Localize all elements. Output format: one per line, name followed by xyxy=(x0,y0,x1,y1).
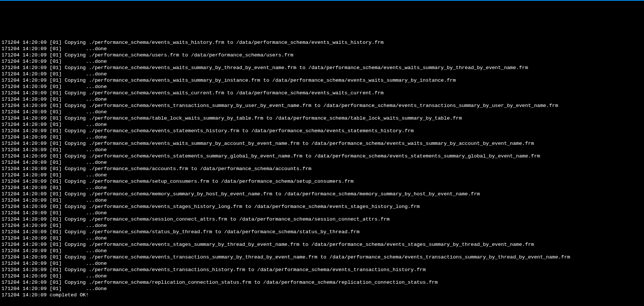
log-line: 171204 14:20:09 [01] ...done xyxy=(1,210,643,216)
log-line: 171204 14:20:09 [01] Copying ./performan… xyxy=(1,65,643,71)
log-line: 171204 14:20:09 [01] Copying ./performan… xyxy=(1,216,643,222)
log-line: 171204 14:20:09 completed OK! xyxy=(1,292,643,298)
log-line: 171204 14:20:09 [01] Copying ./performan… xyxy=(1,178,643,185)
log-line: 171204 14:20:09 [01] Copying ./performan… xyxy=(1,128,643,134)
log-line: 171204 14:20:09 [01] ...done xyxy=(1,172,643,178)
log-line: 171204 14:20:09 [01] ...done xyxy=(1,273,643,279)
log-line: 171204 14:20:09 [01] Copying ./performan… xyxy=(1,204,643,210)
log-line: 171204 14:20:09 [01] ...done xyxy=(1,159,643,166)
log-line: 171204 14:20:09 [01] ...done xyxy=(1,121,643,128)
log-line: 171204 14:20:09 [01] ...done xyxy=(1,46,643,52)
log-line: 171204 14:20:09 [01] ...done xyxy=(1,222,643,229)
log-line: 171204 14:20:09 [01] Copying ./performan… xyxy=(1,90,643,96)
log-line: 171204 14:20:09 [01] ...done xyxy=(1,58,643,65)
log-line: 171204 14:20:09 [01] ...done xyxy=(1,71,643,77)
log-line: 171204 14:20:09 [01] Copying ./performan… xyxy=(1,140,643,147)
log-line: 171204 14:20:09 [01] Copying ./performan… xyxy=(1,39,643,46)
log-line: 171204 14:20:09 [01] ...done xyxy=(1,134,643,140)
log-line: 171204 14:20:09 [01] Copying ./performan… xyxy=(1,153,643,159)
log-line: 171204 14:20:09 [01] Copying ./performan… xyxy=(1,115,643,121)
log-line: 171204 14:20:09 [01] Copying ./performan… xyxy=(1,279,643,286)
log-line: 171204 14:20:09 [01] ...done xyxy=(1,248,643,254)
log-line: 171204 14:20:09 [01] ...done xyxy=(1,185,643,191)
log-line: 171204 14:20:09 [01] ...done xyxy=(1,84,643,90)
log-line: 171204 14:20:09 [01] Copying ./performan… xyxy=(1,77,643,84)
log-line: 171204 14:20:09 [01] ...done xyxy=(1,109,643,115)
log-line: 171204 14:20:09 [01] Copying ./performan… xyxy=(1,102,643,109)
log-line: 171204 14:20:09 [01] Copying ./performan… xyxy=(1,166,643,172)
log-line: 171204 14:20:09 [01] Copying ./performan… xyxy=(1,229,643,235)
log-line: 171204 14:20:09 [01] Copying ./performan… xyxy=(1,241,643,248)
log-line: 171204 14:20:09 [01] Copying ./performan… xyxy=(1,191,643,197)
terminal-output[interactable]: 171204 14:20:09 [01] Copying ./performan… xyxy=(0,26,644,306)
log-line: 171204 14:20:09 [01] ...done xyxy=(1,235,643,241)
log-line: 171204 14:20:09 [01] Copying ./performan… xyxy=(1,267,643,273)
log-line: 171204 14:20:09 [01] ...done xyxy=(1,96,643,102)
log-line: 171204 14:20:09 [01] Copying ./performan… xyxy=(1,52,643,58)
log-line: 171204 14:20:09 [01] Copying ./performan… xyxy=(1,254,643,260)
log-line: 171204 14:20:09 [01] ...done xyxy=(1,147,643,153)
log-lines-container: 171204 14:20:09 [01] Copying ./performan… xyxy=(1,39,643,298)
log-line: 171204 14:20:09 [01] ...done xyxy=(1,197,643,204)
log-line: 171204 14:20:09 [01] ...done xyxy=(1,260,643,267)
log-line: 171204 14:20:09 [01] ...done xyxy=(1,286,643,292)
